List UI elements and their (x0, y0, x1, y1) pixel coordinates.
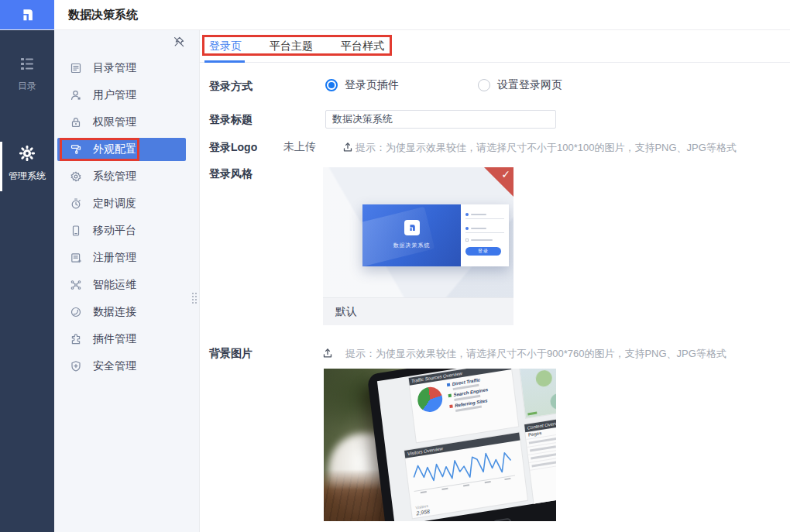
unpin-icon[interactable] (173, 36, 187, 50)
shield-plus-icon (70, 360, 82, 372)
menu-item-user-mgmt[interactable]: 用户管理 (54, 81, 200, 108)
pie-chart (416, 385, 444, 414)
menu-item-label: 安全管理 (93, 359, 136, 373)
admin-menu-sidebar: 目录管理 用户管理 权限管理 外观配置 系统管理 定时调度 (54, 29, 200, 532)
dashboard-content-panel: Content Overview Pages (524, 412, 556, 508)
checkbox-mini-icon (465, 239, 469, 242)
menu-item-label: 插件管理 (93, 332, 136, 346)
gear-icon (19, 146, 35, 161)
photo-tablet-screen: Traffic Sources Overview Direct Traffic … (377, 369, 556, 521)
menu-item-label: 定时调度 (93, 197, 136, 211)
brand-logo-icon (19, 6, 36, 23)
menu-item-catalog-mgmt[interactable]: 目录管理 (54, 54, 200, 81)
photo-tablet: Traffic Sources Overview Direct Traffic … (367, 369, 556, 521)
menu-item-label: 系统管理 (93, 170, 136, 184)
timer-icon (70, 197, 82, 210)
sidebar-resize-handle[interactable] (191, 292, 198, 304)
admin-menu: 目录管理 用户管理 权限管理 外观配置 系统管理 定时调度 (54, 54, 200, 379)
tablet-home-button (493, 517, 512, 521)
sidebar-item-admin-system[interactable]: 管理系统 (0, 146, 54, 183)
login-mode-label: 登录方式 (209, 79, 252, 93)
visitors-value: 2,958 (416, 509, 430, 517)
thumbnail-remember-row (465, 239, 504, 242)
background-image-label: 背景图片 (209, 346, 252, 360)
brand-logo[interactable] (0, 0, 54, 29)
login-mode-radio-group: 登录页插件 设置登录网页 (325, 78, 562, 92)
menu-item-scheduler[interactable]: 定时调度 (54, 190, 200, 217)
menu-item-label: 权限管理 (93, 115, 136, 129)
catalog-icon (70, 62, 82, 74)
puzzle-icon (70, 333, 82, 345)
appearance-config-page: 数据决策系统 目录 (0, 0, 790, 532)
login-logo-label: 登录Logo (209, 140, 257, 154)
pie-legend: Direct Traffic Search Engines Referring … (447, 372, 514, 415)
primary-sidebar: 目录 管理系统 (0, 29, 54, 532)
login-style-label: 登录风格 (209, 166, 252, 180)
login-page-thumbnail: 数据决策系统 登录 (362, 204, 509, 266)
lock-icon (70, 116, 82, 129)
style-option-name: 默认 (323, 297, 514, 325)
menu-item-label: 数据连接 (93, 305, 136, 319)
link-icon (70, 306, 82, 318)
menu-item-label: 移动平台 (93, 224, 136, 238)
map-body (520, 369, 556, 418)
menu-item-label: 外观配置 (93, 142, 136, 156)
login-title-label: 登录标题 (209, 112, 252, 126)
nodes-icon (70, 279, 82, 291)
dashboard-map-panel: Map Overlay (519, 369, 556, 418)
menu-item-label: 目录管理 (93, 61, 136, 75)
menu-item-intelligent-ops[interactable]: 智能运维 (54, 271, 200, 298)
background-upload-hint: 提示：为使显示效果较佳，请选择尺寸不小于900*760的图片，支持PNG、JPG… (345, 347, 726, 361)
top-header: 数据决策系统 (0, 0, 790, 30)
radio-label: 登录页插件 (345, 78, 399, 92)
register-doc-icon (70, 252, 82, 264)
menu-item-data-connection[interactable]: 数据连接 (54, 298, 200, 325)
table-header: Pages (528, 431, 542, 438)
radio-selected-icon[interactable] (325, 79, 338, 91)
selected-check-icon: ✓ (501, 168, 510, 180)
logo-upload-hint: 提示：为使显示效果较佳，请选择尺寸不小于100*100的图片，支持PNG、JPG… (356, 141, 737, 155)
radio-login-plugin[interactable]: 登录页插件 (325, 78, 399, 92)
paint-roller-icon (70, 143, 82, 156)
main-content: 登录页 平台主题 平台样式 登录方式 登录页插件 设置登录网页 登录标题 登录L… (200, 29, 790, 532)
thumbnail-password-field (465, 225, 504, 233)
menu-item-appearance-config[interactable]: 外观配置 (57, 138, 186, 161)
thumbnail-login-button: 登录 (465, 247, 501, 256)
login-title-input[interactable] (325, 110, 556, 129)
login-style-option-default[interactable]: 数据决策系统 登录 ✓ 默认 (323, 167, 514, 325)
radio-label: 设置登录网页 (497, 78, 562, 92)
upload-icon[interactable] (342, 141, 354, 153)
radio-unselected-icon[interactable] (478, 79, 490, 91)
lock-mini-icon (465, 227, 469, 230)
login-style-preview-area: 数据决策系统 登录 ✓ (323, 167, 514, 297)
thumbnail-username-field (465, 211, 504, 219)
gear-outline-icon (70, 170, 82, 183)
mobile-icon (70, 225, 82, 237)
background-image-preview[interactable]: Traffic Sources Overview Direct Traffic … (324, 369, 556, 521)
sidebar-item-label: 目录 (0, 80, 54, 93)
menu-item-label: 智能运维 (93, 278, 136, 292)
tab-platform-theme[interactable]: 平台主题 (270, 29, 313, 62)
thumbnail-title: 数据决策系统 (362, 242, 461, 249)
dashboard-visitors-panel: Visitors Overview Visitors 2,958 (405, 432, 528, 518)
tab-platform-style[interactable]: 平台样式 (341, 29, 384, 62)
upload-icon[interactable] (321, 347, 334, 359)
menu-item-mobile-platform[interactable]: 移动平台 (54, 217, 200, 244)
sidebar-item-directory[interactable]: 目录 (0, 57, 54, 93)
menu-item-plugin-mgmt[interactable]: 插件管理 (54, 325, 200, 352)
thumbnail-logo (404, 220, 420, 235)
menu-item-security-mgmt[interactable]: 安全管理 (54, 352, 200, 379)
logo-upload-status[interactable]: 未上传 (283, 140, 316, 154)
thumbnail-banner: 数据决策系统 (362, 204, 461, 266)
radio-login-webpage[interactable]: 设置登录网页 (478, 78, 562, 92)
menu-item-permission-mgmt[interactable]: 权限管理 (54, 108, 200, 136)
tab-login-page[interactable]: 登录页 (209, 29, 242, 62)
menu-item-system-mgmt[interactable]: 系统管理 (54, 163, 200, 190)
dashboard-traffic-panel: Traffic Sources Overview Direct Traffic … (408, 369, 518, 443)
tab-bar: 登录页 平台主题 平台样式 (200, 29, 790, 63)
directory-list-icon (19, 57, 35, 71)
page-title: 数据决策系统 (68, 0, 138, 29)
sidebar-item-label: 管理系统 (0, 170, 54, 183)
user-icon (70, 89, 82, 101)
menu-item-registration-mgmt[interactable]: 注册管理 (54, 244, 200, 271)
